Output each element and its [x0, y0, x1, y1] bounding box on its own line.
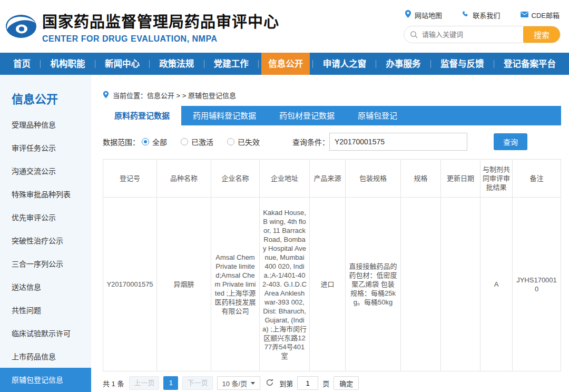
mail-icon	[521, 11, 528, 19]
radio-expired[interactable]: 已失效	[227, 136, 260, 147]
cell-update-date	[441, 198, 480, 371]
table-header-row: 登记号 品种名称 企业名称 企业地址 产品来源 包装规格 规格 更新日期 与制剂…	[103, 160, 561, 198]
tab-bar: 原料药登记数据 药用辅料登记数据 药包材登记数据 原辅包登记	[103, 106, 561, 125]
prev-page-button[interactable]: 上一页	[129, 376, 159, 390]
radio-all[interactable]: 全部	[142, 136, 167, 147]
sidebar-item-three-in-one[interactable]: 三合一序列公示	[0, 252, 91, 275]
confirm-button[interactable]: 确定	[333, 376, 359, 390]
contact-link[interactable]: 联系我们	[462, 10, 500, 20]
radio-activated-label: 已激活	[191, 136, 213, 147]
col-header-company-address: 企业地址	[260, 160, 310, 198]
col-header-origin: 产品来源	[310, 160, 346, 198]
sidebar-item-clinical-trial-license[interactable]: 临床试验默示许可	[0, 321, 91, 345]
nav-item-policies[interactable]: 政策法规	[152, 53, 201, 75]
radio-circle-icon	[227, 138, 234, 145]
nav-item-supervision[interactable]: 监督与反馈	[434, 53, 491, 75]
nav-separator	[204, 60, 204, 68]
nav-item-party[interactable]: 党建工作	[207, 53, 256, 75]
sidebar-item-special-approval[interactable]: 特殊审批品种列表	[0, 182, 91, 205]
tab-excipient-registration[interactable]: 药用辅料登记数据	[181, 106, 268, 125]
search-input[interactable]	[418, 31, 523, 38]
sidebar-item-breakthrough-therapy[interactable]: 突破性治疗公示	[0, 229, 91, 252]
brand-block: 国家药品监督管理局药品审评中心 CENTER FOR DRUG EVALUATI…	[5, 9, 279, 44]
sidebar-item-marketed-drugs[interactable]: 上市药品信息	[0, 345, 91, 368]
goto-label: 到第	[279, 378, 293, 388]
nav-item-news[interactable]: 新闻中心	[98, 53, 146, 75]
table-row: Y20170001575 异烟肼 Amsal Chem Private limi…	[103, 198, 561, 371]
col-header-update-date: 更新日期	[441, 160, 480, 198]
nav-separator	[430, 60, 431, 68]
content-area: 信息公开 受理品种信息 审评任务公示 沟通交流公示 特殊审批品种列表 优先审评公…	[0, 75, 569, 392]
registration-table: 登记号 品种名称 企业名称 企业地址 产品来源 包装规格 规格 更新日期 与制剂…	[103, 159, 561, 371]
breadcrumb: 当前位置：信息公开 > > 原辅包登记信息	[103, 90, 561, 100]
site-subtitle: CENTER FOR DRUG EVALUATION, NMPA	[42, 34, 279, 44]
quick-links: 网站地图 联系我们 CDE邮箱	[404, 10, 561, 20]
tab-raw-aux-pack[interactable]: 原辅包登记	[346, 106, 409, 125]
cell-company-address: Kakad House, B wing, 4th floor, 11 Barra…	[260, 198, 310, 371]
pagination: 共 1 条 上一页 1 下一页 10 条/页 到第 页 确定	[103, 376, 561, 390]
sidebar-item-delivery-info[interactable]: 送达信息	[0, 275, 91, 298]
nav-separator	[258, 60, 259, 68]
col-header-company-name: 企业名称	[211, 160, 260, 198]
search-icon	[410, 31, 418, 38]
phone-icon	[462, 11, 469, 19]
site-header: 国家药品监督管理局药品审评中心 CENTER FOR DRUG EVALUATI…	[0, 0, 569, 53]
sitemap-link[interactable]: 网站地图	[405, 10, 442, 20]
cell-company-name: Amsal Chem Private limited;Amsal Chem Pr…	[211, 198, 260, 371]
main-nav: 首页 机构职能 新闻中心 政策法规 党建工作 信息公开 申请人之窗 办事服务 监…	[0, 53, 569, 75]
query-button[interactable]: 查询	[494, 133, 527, 150]
tab-packaging-registration[interactable]: 药包材登记数据	[268, 106, 346, 125]
filter-bar: 数据范围： 全部 已激活 已失效 查询条件：	[103, 133, 561, 151]
page-number-button[interactable]: 1	[163, 376, 178, 390]
query-condition-input[interactable]	[329, 133, 467, 151]
caret-down-icon	[251, 382, 255, 385]
radio-expired-label: 已失效	[238, 136, 260, 147]
nav-separator	[40, 60, 41, 68]
col-header-product-name: 品种名称	[157, 160, 211, 198]
cell-joint-review: A	[480, 198, 513, 371]
radio-activated[interactable]: 已激活	[181, 136, 213, 147]
title-block: 国家药品监督管理局药品审评中心 CENTER FOR DRUG EVALUATI…	[42, 9, 279, 44]
refresh-button[interactable]	[266, 378, 274, 388]
col-header-spec: 规格	[401, 160, 441, 198]
sitemap-link-label: 网站地图	[415, 10, 442, 20]
radio-group: 全部 已激活 已失效	[142, 136, 260, 147]
nav-item-applicant-window[interactable]: 申请人之窗	[316, 53, 374, 75]
nav-separator	[149, 60, 150, 68]
sidebar-item-review-tasks[interactable]: 审评任务公示	[0, 136, 91, 159]
mailbox-link[interactable]: CDE邮箱	[521, 10, 560, 20]
cell-remark: JYHS1700010	[513, 198, 561, 371]
main-panel: 当前位置：信息公开 > > 原辅包登记信息 原料药登记数据 药用辅料登记数据 药…	[91, 75, 569, 392]
header-utilities: 网站地图 联系我们 CDE邮箱	[404, 10, 561, 43]
site-search: 搜索	[404, 26, 561, 43]
col-header-package-spec: 包装规格	[346, 160, 401, 198]
sidebar-item-common-issues[interactable]: 共性问题	[0, 298, 91, 321]
nav-item-home[interactable]: 首页	[6, 53, 37, 75]
sidebar-item-communication[interactable]: 沟通交流公示	[0, 159, 91, 182]
cell-spec	[401, 198, 441, 371]
sidebar: 信息公开 受理品种信息 审评任务公示 沟通交流公示 特殊审批品种列表 优先审评公…	[0, 75, 91, 392]
site-title: 国家药品监督管理局药品审评中心	[42, 9, 279, 32]
col-header-joint-review: 与制剂共同审评审批结果	[480, 160, 513, 198]
cell-reg-no: Y20170001575	[103, 198, 157, 371]
contact-link-label: 联系我们	[473, 10, 500, 20]
nav-item-services[interactable]: 办事服务	[379, 53, 428, 75]
goto-page-input[interactable]	[297, 376, 318, 390]
radio-circle-icon	[181, 138, 188, 145]
col-header-reg-no: 登记号	[103, 160, 157, 198]
sidebar-item-accepted-products[interactable]: 受理品种信息	[0, 113, 91, 136]
cell-product-name: 异烟肼	[157, 198, 211, 371]
radio-circle-icon	[142, 138, 149, 145]
sidebar-item-priority-review[interactable]: 优先审评公示	[0, 205, 91, 229]
nav-item-info-disclosure[interactable]: 信息公开	[261, 53, 310, 75]
refresh-icon	[266, 378, 274, 388]
next-page-button[interactable]: 下一页	[182, 376, 212, 390]
radio-all-label: 全部	[152, 136, 167, 147]
search-button[interactable]: 搜索	[523, 26, 560, 43]
page-size-select[interactable]: 10 条/页	[217, 376, 261, 390]
range-label: 数据范围：	[103, 136, 140, 147]
tab-api-registration[interactable]: 原料药登记数据	[103, 106, 181, 125]
nav-item-functions[interactable]: 机构职能	[43, 53, 92, 75]
nav-item-registration-platform[interactable]: 登记备案平台	[497, 53, 563, 75]
query-condition-label: 查询条件：	[292, 136, 329, 147]
